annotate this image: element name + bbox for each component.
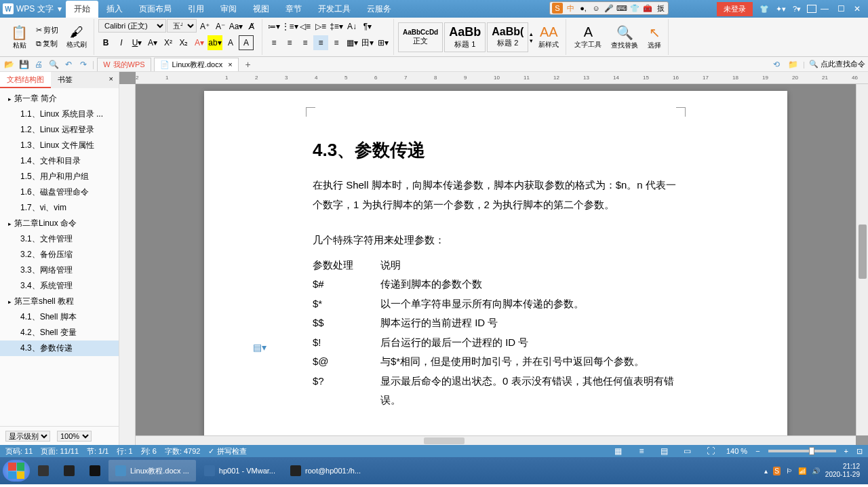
outline-item[interactable]: 3.3、网络管理: [0, 262, 119, 278]
taskbar-item[interactable]: Linux教程.docx ...: [108, 460, 196, 482]
show-marks-button[interactable]: ¶▾: [360, 19, 375, 34]
fit-page-icon[interactable]: ⊡: [856, 447, 863, 456]
ime-punct-icon[interactable]: ●,: [578, 3, 589, 14]
maximize-button[interactable]: ☐: [833, 2, 849, 16]
ime-settings-icon[interactable]: 扳: [655, 3, 666, 14]
underline-button[interactable]: U▾: [130, 35, 144, 50]
outline-item[interactable]: 1.2、Linux 远程登录: [0, 122, 119, 138]
menu-tab[interactable]: 视图: [245, 1, 277, 18]
font-color-button[interactable]: A▾: [192, 35, 207, 50]
sidebar-close-icon[interactable]: ×: [104, 72, 119, 88]
ime-emoji-icon[interactable]: ☺: [591, 3, 601, 14]
italic-button[interactable]: I: [114, 35, 129, 50]
tray-flag-icon[interactable]: 🏳: [786, 467, 793, 475]
font-name-select[interactable]: Calibri (正文): [98, 19, 166, 33]
taskbar-item[interactable]: hp001 - VMwar...: [197, 460, 282, 482]
outline-item[interactable]: 1.5、用户和用户组: [0, 169, 119, 184]
ime-skin-icon[interactable]: 👕: [629, 3, 640, 14]
outdent-button[interactable]: ◁≡: [298, 19, 313, 34]
horizontal-scrollbar[interactable]: [136, 435, 856, 445]
char-shading-button[interactable]: A: [223, 35, 238, 50]
find-replace-button[interactable]: 🔍查找替换: [607, 20, 642, 54]
tray-ime-icon[interactable]: S: [773, 467, 781, 475]
outline-item[interactable]: 3.4、系统管理: [0, 278, 119, 294]
ime-toolbar[interactable]: S 中 ●, ☺ 🎤 ⌨ 👕 🧰 扳: [549, 1, 669, 15]
clear-format-button[interactable]: A̸: [244, 19, 259, 34]
bullets-button[interactable]: ≔▾: [267, 19, 281, 34]
start-button[interactable]: [3, 460, 30, 482]
my-wps-tab[interactable]: W 我的WPS: [97, 58, 151, 71]
sort-button[interactable]: A↓: [344, 19, 359, 34]
subscript-button[interactable]: X₂: [176, 35, 191, 50]
text-tool-button[interactable]: A文字工具: [570, 20, 606, 54]
outline-item[interactable]: 3.2、备份压缩: [0, 247, 119, 262]
style-heading2[interactable]: AaBb(标题 2: [487, 22, 528, 52]
style-more-button[interactable]: ▴▾: [530, 31, 533, 44]
sync-icon[interactable]: ⟲: [770, 58, 783, 71]
borders-button[interactable]: 田▾: [360, 35, 375, 50]
tabs-button[interactable]: ⊞▾: [376, 35, 391, 50]
outline-item[interactable]: 3.1、文件管理: [0, 231, 119, 247]
preview-icon[interactable]: 🔍: [47, 58, 60, 71]
outline-tab[interactable]: 文档结构图: [0, 72, 51, 88]
shading-button[interactable]: ▦▾: [344, 35, 359, 50]
login-button[interactable]: 未登录: [717, 2, 753, 16]
align-right-button[interactable]: ≡: [298, 35, 313, 50]
menu-tab[interactable]: 页面布局: [131, 1, 180, 18]
ime-keyboard-icon[interactable]: ⌨: [616, 3, 627, 14]
ime-mic-icon[interactable]: 🎤: [604, 3, 614, 14]
copy-button[interactable]: ⧉ 复制: [33, 37, 61, 50]
zoom-out-button[interactable]: −: [755, 447, 760, 455]
close-button[interactable]: ✕: [849, 2, 865, 16]
settings-icon[interactable]: ✦▾: [774, 3, 787, 15]
justify-button[interactable]: ≡: [313, 35, 328, 50]
tray-show-hidden-icon[interactable]: ▴: [764, 467, 768, 475]
numbering-button[interactable]: ⋮≡▾: [282, 19, 297, 34]
bookmark-tab[interactable]: 书签: [51, 72, 79, 88]
shrink-font-button[interactable]: A⁻: [213, 19, 228, 34]
strike-button[interactable]: A▾: [145, 35, 160, 50]
menu-tab[interactable]: 审阅: [212, 1, 245, 18]
outline-level-select[interactable]: 显示级别: [5, 431, 50, 442]
tray-volume-icon[interactable]: 🔊: [812, 467, 820, 475]
style-normal[interactable]: AaBbCcDd正文: [398, 22, 443, 52]
page-scroll-area[interactable]: 4.3、参数传递 在执行 Shell 脚本时，向脚本传递参数，脚本内获取参数的格…: [136, 84, 856, 435]
tray-clock[interactable]: 21:122020-11-29: [825, 463, 860, 479]
paste-button[interactable]: 📋粘贴: [7, 20, 32, 54]
vertical-ruler[interactable]: [119, 84, 136, 445]
ime-tool-icon[interactable]: 🧰: [642, 3, 653, 14]
dropdown-icon[interactable]: ▾: [58, 4, 62, 14]
page-options-icon[interactable]: ▤▾: [253, 342, 267, 353]
highlight-button[interactable]: ab▾: [208, 35, 222, 50]
menu-tab[interactable]: 开始: [66, 1, 98, 18]
outline-item[interactable]: 4.3、参数传递: [0, 340, 119, 356]
view-fullscreen-icon[interactable]: ⛶: [703, 444, 718, 459]
ime-lang-icon[interactable]: 中: [565, 3, 576, 14]
taskbar-item[interactable]: [57, 460, 81, 482]
char-border-button[interactable]: A: [239, 35, 254, 50]
ribbon-toggle-icon[interactable]: [807, 5, 816, 13]
zoom-percent[interactable]: 140 %: [726, 447, 747, 455]
select-button[interactable]: ↖选择: [644, 20, 665, 54]
indent-button[interactable]: ▷≡: [313, 19, 328, 34]
menu-tab[interactable]: 开发工具: [310, 1, 359, 18]
outline-item[interactable]: 第一章 简介: [0, 91, 119, 106]
taskbar-item[interactable]: [83, 460, 107, 482]
zoom-in-button[interactable]: +: [844, 447, 848, 455]
outline-item[interactable]: 1.3、Linux 文件属性: [0, 138, 119, 153]
bold-button[interactable]: B: [98, 35, 113, 50]
horizontal-ruler[interactable]: 2112345678910111213141516171819202146: [136, 72, 868, 84]
align-center-button[interactable]: ≡: [282, 35, 297, 50]
view-web-icon[interactable]: ▤: [657, 444, 672, 459]
status-spell[interactable]: ✓ 拼写检查: [208, 446, 246, 456]
outline-zoom-select[interactable]: 100%: [57, 431, 92, 442]
save-icon[interactable]: 💾: [18, 58, 30, 71]
outline-item[interactable]: 4.2、Shell 变量: [0, 325, 119, 340]
grow-font-button[interactable]: A⁺: [197, 19, 212, 34]
line-spacing-button[interactable]: ‡≡▾: [329, 19, 344, 34]
align-left-button[interactable]: ≡: [267, 35, 281, 50]
help-icon[interactable]: ?▾: [791, 3, 803, 15]
menu-tab[interactable]: 引用: [180, 1, 212, 18]
menu-tab[interactable]: 插入: [98, 1, 131, 18]
outline-item[interactable]: 1.7、vi、vim: [0, 200, 119, 216]
